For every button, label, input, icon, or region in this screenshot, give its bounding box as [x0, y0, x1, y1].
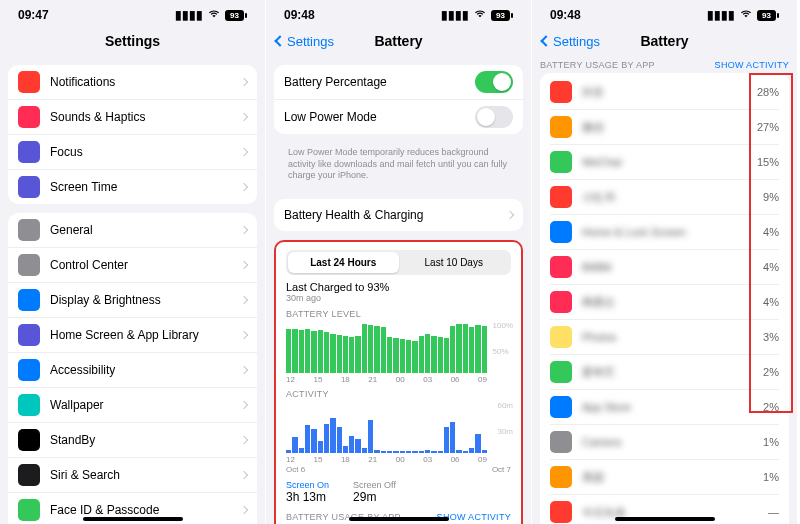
settings-icon [18, 71, 40, 93]
settings-icon [18, 429, 40, 451]
battery-icon: 93 [225, 10, 247, 21]
chevron-right-icon [240, 366, 248, 374]
back-label: Settings [553, 34, 600, 49]
row-label: Low Power Mode [284, 110, 475, 124]
status-time: 09:48 [550, 8, 581, 22]
settings-row-wallpaper[interactable]: Wallpaper [8, 387, 257, 422]
row-label: Battery Percentage [284, 75, 475, 89]
battery-level-chart: 100%50% 1215182100030609 [286, 321, 511, 383]
chevron-right-icon [240, 226, 248, 234]
activity-header: ACTIVITY [286, 389, 511, 399]
app-usage-row[interactable]: 网易云4% [550, 284, 779, 319]
svg-rect-4 [511, 13, 513, 18]
settings-list[interactable]: NotificationsSounds & HapticsFocusScreen… [0, 56, 265, 524]
svg-text:93: 93 [230, 11, 239, 20]
signal-icon: ▮▮▮▮ [441, 8, 469, 22]
app-usage-row[interactable]: Camera1% [550, 424, 779, 459]
page-title: Battery [374, 33, 422, 49]
settings-row-notifications[interactable]: Notifications [8, 65, 257, 99]
chevron-right-icon [240, 261, 248, 269]
home-indicator[interactable] [349, 517, 449, 521]
seg-10d[interactable]: Last 10 Days [399, 252, 510, 273]
svg-rect-1 [245, 13, 247, 18]
app-name: App Store [582, 401, 745, 413]
settings-row-siri-search[interactable]: Siri & Search [8, 457, 257, 492]
screen-on-value: 3h 13m [286, 490, 329, 504]
screen-time-stats: Screen On 3h 13m Screen Off 29m [286, 480, 511, 504]
app-name: Camera [582, 436, 745, 448]
battery-level-header: BATTERY LEVEL [286, 309, 511, 319]
nav-bar: Settings Battery [532, 26, 797, 56]
percent-highlight [749, 73, 793, 413]
app-name: Home & Lock Screen [582, 226, 745, 238]
settings-row-general[interactable]: General [8, 213, 257, 247]
row-label: Home Screen & App Library [50, 328, 241, 342]
row-label: Control Center [50, 258, 241, 272]
app-usage-row[interactable]: 抖音28% [550, 75, 779, 109]
chevron-right-icon [240, 471, 248, 479]
chevron-left-icon [274, 35, 285, 46]
battery-percentage-row[interactable]: Battery Percentage [274, 65, 523, 99]
app-usage-row[interactable]: Photos3% [550, 319, 779, 354]
low-power-toggle[interactable] [475, 106, 513, 128]
settings-icon [18, 289, 40, 311]
row-label: Face ID & Passcode [50, 503, 241, 517]
settings-icon [18, 219, 40, 241]
app-name: BiliBili [582, 261, 745, 273]
chevron-right-icon [240, 331, 248, 339]
low-power-row[interactable]: Low Power Mode [274, 99, 523, 134]
app-usage-row[interactable]: WeChat15% [550, 144, 779, 179]
settings-row-display-brightness[interactable]: Display & Brightness [8, 282, 257, 317]
low-power-footnote: Low Power Mode temporarily reduces backg… [274, 143, 523, 190]
settings-icon [18, 394, 40, 416]
home-indicator[interactable] [83, 517, 183, 521]
app-usage-row[interactable]: 小红书9% [550, 179, 779, 214]
app-usage-row[interactable]: App Store2% [550, 389, 779, 424]
battery-percentage-toggle[interactable] [475, 71, 513, 93]
app-usage-row[interactable]: 美团1% [550, 459, 779, 494]
app-usage-row[interactable]: BiliBili4% [550, 249, 779, 284]
chevron-right-icon [506, 211, 514, 219]
chevron-right-icon [240, 296, 248, 304]
settings-row-control-center[interactable]: Control Center [8, 247, 257, 282]
app-usage-row[interactable]: 微信27% [550, 109, 779, 144]
app-usage-row[interactable]: Home & Lock Screen4% [550, 214, 779, 249]
app-icon [550, 81, 572, 103]
settings-row-home-screen-app-library[interactable]: Home Screen & App Library [8, 317, 257, 352]
home-indicator[interactable] [615, 517, 715, 521]
app-percent: 1% [745, 471, 779, 483]
time-range-segment[interactable]: Last 24 Hours Last 10 Days [286, 250, 511, 275]
settings-row-accessibility[interactable]: Accessibility [8, 352, 257, 387]
chevron-right-icon [240, 78, 248, 86]
back-button[interactable]: Settings [542, 34, 600, 49]
status-right: ▮▮▮▮ 93 [175, 8, 247, 22]
app-name: 爱奇艺 [582, 365, 745, 380]
settings-row-sounds-haptics[interactable]: Sounds & Haptics [8, 99, 257, 134]
row-label: Siri & Search [50, 468, 241, 482]
wifi-icon [473, 8, 487, 22]
seg-24h[interactable]: Last 24 Hours [288, 252, 399, 273]
battery-health-row[interactable]: Battery Health & Charging [274, 199, 523, 231]
row-label: Sounds & Haptics [50, 110, 241, 124]
screen-off-value: 29m [353, 490, 396, 504]
chevron-right-icon [240, 113, 248, 121]
chevron-left-icon [540, 35, 551, 46]
show-activity-button[interactable]: SHOW ACTIVITY [715, 60, 789, 70]
app-icon [550, 186, 572, 208]
apps-list-scroll[interactable]: BATTERY USAGE BY APP SHOW ACTIVITY 抖音28%… [532, 56, 797, 524]
app-percent: — [745, 506, 779, 518]
app-usage-row[interactable]: 爱奇艺2% [550, 354, 779, 389]
settings-row-screen-time[interactable]: Screen Time [8, 169, 257, 204]
back-button[interactable]: Settings [276, 34, 334, 49]
page-title: Settings [105, 33, 160, 49]
app-icon [550, 501, 572, 523]
settings-row-standby[interactable]: StandBy [8, 422, 257, 457]
row-label: StandBy [50, 433, 241, 447]
settings-row-focus[interactable]: Focus [8, 134, 257, 169]
status-bar: 09:48 ▮▮▮▮ 93 [532, 0, 797, 26]
status-right: ▮▮▮▮ 93 [707, 8, 779, 22]
toggles-group: Battery Percentage Low Power Mode [274, 65, 523, 134]
settings-icon [18, 176, 40, 198]
battery-content[interactable]: Battery Percentage Low Power Mode Low Po… [266, 56, 531, 524]
app-icon [550, 396, 572, 418]
